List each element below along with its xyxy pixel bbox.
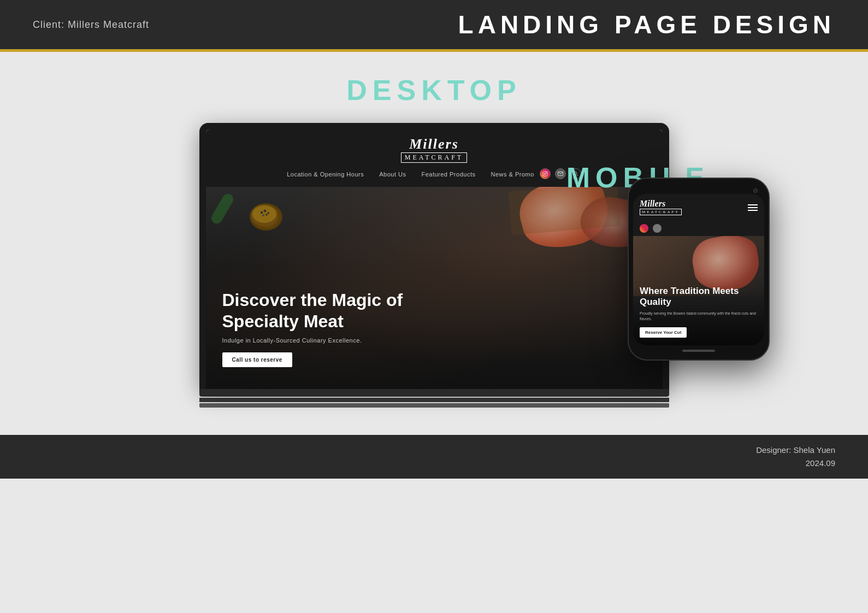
nav-item-location[interactable]: Location & Opening Hours xyxy=(287,169,364,179)
laptop-bottom xyxy=(199,389,669,397)
svg-rect-0 xyxy=(543,172,547,176)
svg-point-8 xyxy=(261,211,263,214)
hamburger-line-2 xyxy=(748,207,758,208)
logo-meatcraft: meatcraft xyxy=(401,152,467,163)
mobile-email-icon[interactable] xyxy=(653,224,662,233)
hamburger-line-3 xyxy=(748,210,758,211)
nav-item-news[interactable]: News & Promo xyxy=(491,169,534,179)
hero-cta-button[interactable]: Call us to reserve xyxy=(222,352,292,367)
phone-outer: Millers meatcraft xyxy=(628,178,770,361)
monitor-stand xyxy=(199,389,669,408)
mobile-instagram-icon[interactable] xyxy=(640,224,648,233)
top-bar: Client: Millers Meatcraft LANDING PAGE D… xyxy=(0,0,868,49)
hero-text-area: Discover the Magic of Specialty Meat Ind… xyxy=(222,290,646,367)
home-indicator xyxy=(682,350,715,352)
desktop-logo: Millers meatcraft xyxy=(401,137,467,163)
svg-point-12 xyxy=(265,214,267,216)
main-content: DESKTOP MOBILE Millers meatcraft xyxy=(0,52,868,419)
svg-point-9 xyxy=(263,210,266,213)
svg-point-7 xyxy=(252,205,276,223)
svg-point-2 xyxy=(546,172,546,173)
phone-notch xyxy=(677,186,721,191)
laptop-keyboard xyxy=(199,398,669,402)
phone-camera xyxy=(753,188,758,193)
mobile-hero-headline: Where Tradition Meets Quality xyxy=(640,286,758,308)
desktop-section-label: DESKTOP xyxy=(33,74,835,107)
mobile-nav: Millers meatcraft xyxy=(633,194,764,221)
trackpad xyxy=(199,403,669,408)
mobile-mockup: Millers meatcraft xyxy=(628,178,770,361)
nav-row: Location & Opening Hours About Us Featur… xyxy=(287,168,581,179)
phone-screen: Millers meatcraft xyxy=(633,194,764,345)
desktop-hero: Discover the Magic of Specialty Meat Ind… xyxy=(206,187,663,389)
instagram-icon[interactable] xyxy=(540,168,551,179)
hamburger-line-1 xyxy=(748,204,758,205)
svg-point-1 xyxy=(544,173,546,174)
desktop-menu: Location & Opening Hours About Us Featur… xyxy=(287,169,534,179)
nav-item-about[interactable]: About Us xyxy=(379,169,406,179)
mobile-hero: Where Tradition Meets Quality Proudly se… xyxy=(633,236,764,345)
designer-credit: Designer: Shela Yuen xyxy=(756,444,835,457)
nav-item-products[interactable]: Featured Products xyxy=(421,169,475,179)
mobile-website: Millers meatcraft xyxy=(633,194,764,345)
hero-subtext: Indulge in Locally-Sourced Culinary Exce… xyxy=(222,337,646,344)
hero-headline: Discover the Magic of Specialty Meat xyxy=(222,290,430,332)
svg-point-11 xyxy=(262,214,264,216)
client-label: Client: Millers Meatcraft xyxy=(33,19,149,31)
mobile-cta-button[interactable]: Reserve Your Cut xyxy=(640,327,687,338)
mobile-hero-text: Where Tradition Meets Quality Proudly se… xyxy=(640,286,758,338)
mobile-logo-millers: Millers xyxy=(640,199,682,208)
footer-date: 2024.09 xyxy=(756,457,835,470)
mobile-logo: Millers meatcraft xyxy=(640,199,682,215)
page-title: LANDING PAGE DESIGN xyxy=(458,10,835,39)
footer-info: Designer: Shela Yuen 2024.09 xyxy=(756,444,835,470)
devices-container: Millers meatcraft Location & Opening Hou… xyxy=(33,123,835,408)
spice-bowl xyxy=(250,203,282,231)
footer-bar: Designer: Shela Yuen 2024.09 xyxy=(0,435,868,479)
svg-point-10 xyxy=(267,213,269,214)
logo-millers: Millers xyxy=(401,137,467,151)
mobile-hero-subtext: Proudly serving the Bowen Island communi… xyxy=(640,311,758,322)
mobile-logo-meatcraft: meatcraft xyxy=(640,209,682,215)
email-icon[interactable] xyxy=(555,168,566,179)
hamburger-menu[interactable] xyxy=(748,204,758,211)
mobile-social-row xyxy=(633,221,764,236)
